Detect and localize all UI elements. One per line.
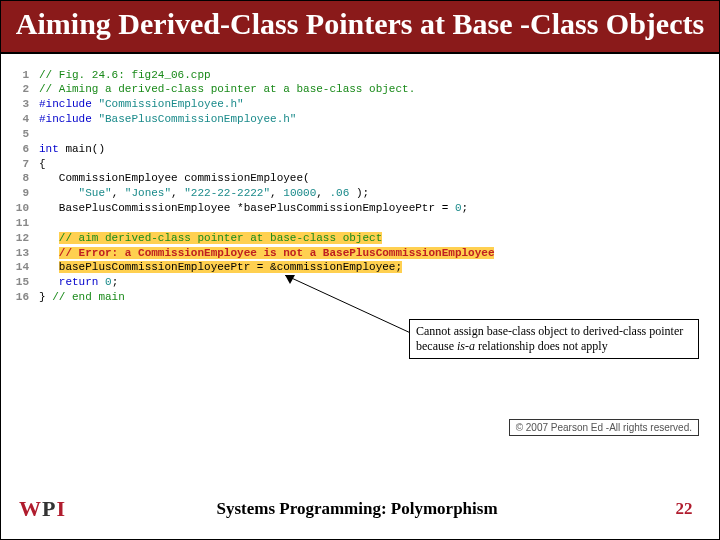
line-number: 1 — [15, 68, 39, 83]
code-content: int main() — [39, 142, 105, 157]
svg-marker-1 — [285, 275, 295, 284]
line-number: 7 — [15, 157, 39, 172]
code-line: 8 CommissionEmployee commissionEmployee( — [15, 171, 705, 186]
code-line: 5 — [15, 127, 705, 142]
line-number: 15 — [15, 275, 39, 290]
line-number: 11 — [15, 216, 39, 231]
page-number: 22 — [649, 499, 719, 519]
slide-title: Aiming Derived-Class Pointers at Base -C… — [1, 1, 719, 54]
copyright-notice: © 2007 Pearson Ed -All rights reserved. — [509, 419, 699, 436]
logo-p: P — [42, 496, 55, 522]
footer-title: Systems Programming: Polymorphism — [65, 499, 649, 519]
wpi-logo: W P I — [19, 496, 65, 522]
line-number: 16 — [15, 290, 39, 305]
line-number: 2 — [15, 82, 39, 97]
line-number: 5 — [15, 127, 39, 142]
line-number: 9 — [15, 186, 39, 201]
code-content: #include "BasePlusCommissionEmployee.h" — [39, 112, 296, 127]
code-content: // Aiming a derived-class pointer at a b… — [39, 82, 415, 97]
code-content: } // end main — [39, 290, 125, 305]
code-line: 1// Fig. 24.6: fig24_06.cpp — [15, 68, 705, 83]
callout-text-post: relationship does not apply — [475, 339, 608, 353]
code-line: 6int main() — [15, 142, 705, 157]
code-line: 12 // aim derived-class pointer at base-… — [15, 231, 705, 246]
callout-text-isa: is-a — [457, 339, 475, 353]
code-line: 11 — [15, 216, 705, 231]
code-content: { — [39, 157, 46, 172]
line-number: 8 — [15, 171, 39, 186]
code-content: CommissionEmployee commissionEmployee( — [39, 171, 310, 186]
line-number: 6 — [15, 142, 39, 157]
code-line: 7{ — [15, 157, 705, 172]
line-number: 14 — [15, 260, 39, 275]
logo-w: W — [19, 496, 41, 522]
callout-box: Cannot assign base-class object to deriv… — [409, 319, 699, 359]
slide-footer: W P I Systems Programming: Polymorphism … — [1, 479, 719, 539]
line-number: 12 — [15, 231, 39, 246]
code-line: 2// Aiming a derived-class pointer at a … — [15, 82, 705, 97]
code-content: // aim derived-class pointer at base-cla… — [39, 231, 382, 246]
code-line: 14 basePlusCommissionEmployeePtr = &comm… — [15, 260, 705, 275]
code-content: #include "CommissionEmployee.h" — [39, 97, 244, 112]
code-content: "Sue", "Jones", "222-22-2222", 10000, .0… — [39, 186, 369, 201]
code-line: 10 BasePlusCommissionEmployee *basePlusC… — [15, 201, 705, 216]
code-line: 3#include "CommissionEmployee.h" — [15, 97, 705, 112]
code-content: basePlusCommissionEmployeePtr = &commiss… — [39, 260, 402, 275]
code-content: return 0; — [39, 275, 118, 290]
line-number: 3 — [15, 97, 39, 112]
code-content: BasePlusCommissionEmployee *basePlusComm… — [39, 201, 468, 216]
code-line: 13 // Error: a CommissionEmployee is not… — [15, 246, 705, 261]
code-content: // Fig. 24.6: fig24_06.cpp — [39, 68, 211, 83]
code-line: 4#include "BasePlusCommissionEmployee.h" — [15, 112, 705, 127]
code-content: // Error: a CommissionEmployee is not a … — [39, 246, 494, 261]
line-number: 13 — [15, 246, 39, 261]
svg-line-0 — [285, 275, 415, 335]
code-listing: 1// Fig. 24.6: fig24_06.cpp2// Aiming a … — [15, 68, 705, 306]
logo-i: I — [56, 496, 65, 522]
line-number: 10 — [15, 201, 39, 216]
line-number: 4 — [15, 112, 39, 127]
code-line: 9 "Sue", "Jones", "222-22-2222", 10000, … — [15, 186, 705, 201]
